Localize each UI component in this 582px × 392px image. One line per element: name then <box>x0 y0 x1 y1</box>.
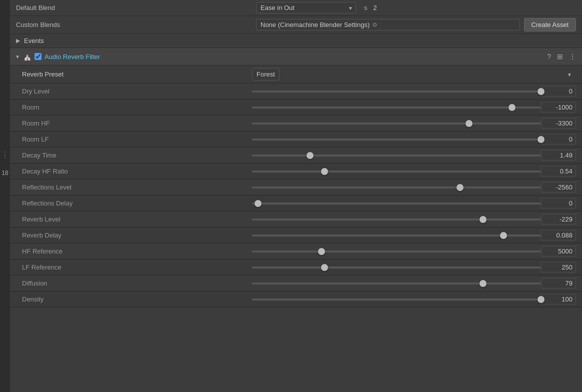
property-value[interactable]: 0.54 <box>541 166 576 176</box>
slider-thumb[interactable] <box>538 136 544 143</box>
reverb-preset-select-wrapper[interactable]: Forest ▼ <box>252 68 576 80</box>
slider-track[interactable] <box>252 186 541 188</box>
slider-thumb[interactable] <box>480 280 486 287</box>
property-row: Room LF0 <box>10 132 582 148</box>
slider-thumb[interactable] <box>538 88 544 95</box>
property-row: Diffusion79 <box>10 276 582 292</box>
property-label: Reflections Delay <box>22 200 252 207</box>
slider-container <box>252 90 541 92</box>
reverb-preset-row: Reverb Preset Forest ▼ <box>10 66 582 84</box>
slider-track[interactable] <box>252 138 541 140</box>
slider-track[interactable] <box>252 298 541 300</box>
slider-container <box>252 154 541 156</box>
property-label: HF Reference <box>22 248 252 255</box>
property-value[interactable]: 250 <box>541 262 576 272</box>
slider-track[interactable] <box>252 154 541 156</box>
property-label: Room LF <box>22 136 252 143</box>
reverb-preset-arrow-icon: ▼ <box>567 72 572 77</box>
property-row: Reflections Delay0 <box>10 196 582 212</box>
property-value[interactable]: 5000 <box>541 246 576 256</box>
property-row: Reverb Level-229 <box>10 212 582 228</box>
reverb-preset-select[interactable]: Forest <box>252 68 280 80</box>
custom-blends-row: Custom Blends None (Cinemachine Blender … <box>10 16 582 34</box>
property-value[interactable]: 1.49 <box>541 150 576 160</box>
events-row[interactable]: ▶ Events <box>10 34 582 48</box>
events-arrow-icon: ▶ <box>16 38 20 44</box>
property-row: Decay Time1.49 <box>10 148 582 164</box>
slider-thumb[interactable] <box>254 200 262 207</box>
property-label: Decay HF Ratio <box>22 168 252 175</box>
slider-thumb[interactable] <box>456 184 464 191</box>
default-blend-label: Default Blend <box>16 4 256 12</box>
create-asset-button[interactable]: Create Asset <box>524 18 576 32</box>
slider-thumb[interactable] <box>306 152 314 159</box>
events-label: Events <box>24 37 44 44</box>
property-row: Reverb Delay0.088 <box>10 228 582 244</box>
property-value[interactable]: 0 <box>541 198 576 208</box>
property-label: Reflections Level <box>22 184 252 191</box>
edge-number: 18 <box>2 170 8 176</box>
property-row: Reflections Level-2560 <box>10 180 582 196</box>
slider-thumb[interactable] <box>538 296 544 303</box>
duration-value: 2 <box>374 4 377 12</box>
default-blend-value-area: Ease in Out ▼ s 2 <box>256 2 576 14</box>
property-label: LF Reference <box>22 264 252 271</box>
section-collapse-arrow[interactable]: ▼ <box>15 54 20 60</box>
property-value[interactable]: -229 <box>541 214 576 224</box>
slider-container <box>252 218 541 220</box>
property-value[interactable]: -2560 <box>541 182 576 192</box>
slider-container <box>252 234 541 236</box>
property-label: Room <box>22 104 252 111</box>
slider-container <box>252 106 541 108</box>
ease-select-wrapper[interactable]: Ease in Out ▼ <box>256 2 356 14</box>
slider-thumb[interactable] <box>480 216 486 223</box>
slider-track[interactable] <box>252 202 541 204</box>
property-row: Density100 <box>10 292 582 308</box>
property-label: Density <box>22 296 252 303</box>
edge-handle[interactable]: ⋮ <box>1 150 9 160</box>
property-label: Diffusion <box>22 280 252 287</box>
slider-track[interactable] <box>252 266 541 268</box>
ease-select[interactable]: Ease in Out <box>256 2 356 14</box>
slider-thumb[interactable] <box>508 104 516 111</box>
none-blend-text: None (Cinemachine Blender Settings) <box>260 21 370 28</box>
property-value[interactable]: 79 <box>541 278 576 288</box>
property-value[interactable]: 0 <box>541 134 576 144</box>
help-icon[interactable]: ? <box>546 52 552 62</box>
slider-track[interactable] <box>252 170 541 172</box>
more-options-icon[interactable]: ⋮ <box>568 52 577 62</box>
property-label: Dry Level <box>22 88 252 95</box>
property-row: Decay HF Ratio0.54 <box>10 164 582 180</box>
section-title: Audio Reverb Filter <box>44 53 543 60</box>
slider-track[interactable] <box>252 106 541 108</box>
settings-icon[interactable]: ⊞ <box>556 52 564 62</box>
property-value[interactable]: -3300 <box>541 118 576 128</box>
slider-track[interactable] <box>252 90 541 92</box>
property-value[interactable]: 0 <box>541 86 576 96</box>
slider-thumb[interactable] <box>321 168 328 175</box>
property-value[interactable]: -1000 <box>541 102 576 112</box>
none-blend-select[interactable]: None (Cinemachine Blender Settings) ⊙ <box>256 19 520 30</box>
slider-track[interactable] <box>252 122 541 124</box>
slider-track[interactable] <box>252 282 541 284</box>
reverb-preset-label: Reverb Preset <box>22 70 252 78</box>
duration-label: s <box>364 4 368 12</box>
section-enable-checkbox[interactable] <box>34 53 42 60</box>
property-value[interactable]: 0.088 <box>541 230 576 240</box>
slider-thumb[interactable] <box>500 232 507 239</box>
slider-track[interactable] <box>252 234 541 236</box>
slider-thumb[interactable] <box>321 264 328 271</box>
properties-container: Dry Level0Room-1000Room HF-3300Room LF0D… <box>10 84 582 308</box>
property-value[interactable]: 100 <box>541 294 576 304</box>
audio-reverb-section-header: ▼ ⛪ Audio Reverb Filter ? ⊞ ⋮ <box>10 48 582 66</box>
section-icon-group: ? ⊞ ⋮ <box>546 52 577 62</box>
slider-thumb[interactable] <box>318 248 325 255</box>
slider-container <box>252 266 541 268</box>
target-icon: ⊙ <box>372 22 377 28</box>
slider-thumb[interactable] <box>466 120 472 127</box>
slider-track[interactable] <box>252 250 541 252</box>
custom-blends-value-area: None (Cinemachine Blender Settings) ⊙ Cr… <box>256 18 576 32</box>
property-row: Room HF-3300 <box>10 116 582 132</box>
custom-blends-label: Custom Blends <box>16 21 256 28</box>
slider-track[interactable] <box>252 218 541 220</box>
